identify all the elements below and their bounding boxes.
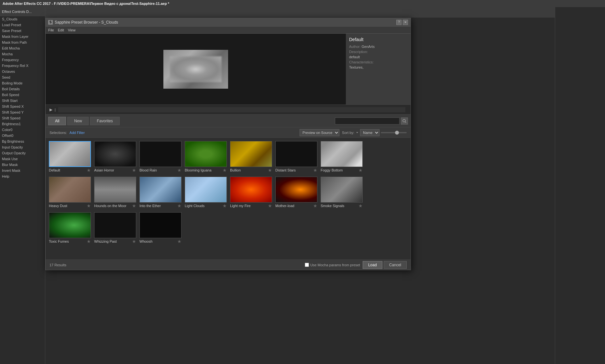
left-panel-item-output-opacity[interactable]: Output Opacity bbox=[0, 150, 45, 156]
preset-star-into-ether[interactable]: ★ bbox=[177, 203, 182, 208]
left-panel-item-color0[interactable]: Color0 bbox=[0, 127, 45, 133]
preset-item-smoke-signals[interactable]: Smoke Signals★ bbox=[321, 177, 363, 209]
left-panel-item-frequency-rel-x[interactable]: Frequency Rel X bbox=[0, 63, 45, 69]
preset-item-whizzing-past[interactable]: Whizzing Past★ bbox=[94, 212, 136, 245]
preview-author-label: Author: bbox=[349, 45, 360, 49]
left-panel-item-seed[interactable]: Seed bbox=[0, 74, 45, 80]
preset-item-bullion[interactable]: Bullion★ bbox=[230, 141, 272, 173]
dialog-close-button[interactable]: ✕ bbox=[403, 20, 408, 25]
left-panel-item-mask-from-layer[interactable]: Mask from Layer bbox=[0, 34, 45, 39]
preset-star-blooming-iguana[interactable]: ★ bbox=[223, 168, 227, 173]
preset-star-foggy-bottom[interactable]: ★ bbox=[358, 168, 363, 173]
timeline-ruler[interactable] bbox=[58, 107, 405, 112]
mocha-checkbox[interactable] bbox=[305, 263, 309, 267]
tab-favorites[interactable]: Favorites bbox=[90, 117, 119, 125]
preset-name-foggy-bottom: Foggy Bottom bbox=[321, 168, 343, 172]
preset-star-blood-rain[interactable]: ★ bbox=[177, 168, 182, 173]
left-panel-item-shift-speed[interactable]: Shift Speed bbox=[0, 115, 45, 121]
left-panel-item-mocha[interactable]: Mocha bbox=[0, 51, 45, 57]
preset-item-light-fire[interactable]: Light my Fire★ bbox=[230, 177, 272, 209]
presets-grid: Default★Asian Horror★Blood Rain★Blooming… bbox=[46, 138, 411, 259]
size-slider-thumb[interactable] bbox=[395, 131, 399, 135]
left-panel-item-shift-start[interactable]: Shift Start bbox=[0, 98, 45, 104]
preview-on-source-select[interactable]: Preview on Source bbox=[300, 129, 339, 136]
preview-info: Default Author: GenArts Description: def… bbox=[346, 34, 411, 105]
preset-item-hounds-moor[interactable]: Hounds on the Moor★ bbox=[94, 177, 136, 209]
left-panel-item-boiling-mode[interactable]: Boiling Mode bbox=[0, 80, 45, 86]
preset-item-distant-stars[interactable]: Distant Stars★ bbox=[275, 141, 317, 173]
dialog-titlebar: S Sapphire Preset Browser - S_Clouds ? ✕ bbox=[46, 18, 411, 27]
left-panel-item-blur-mask[interactable]: Blur Mask bbox=[0, 162, 45, 168]
preset-item-into-ether[interactable]: Into the Ether★ bbox=[139, 177, 182, 209]
preset-star-asian-horror[interactable]: ★ bbox=[132, 168, 136, 173]
tab-new[interactable]: New bbox=[67, 117, 89, 125]
tab-all[interactable]: All bbox=[48, 117, 66, 125]
preset-footer-hounds-moor: Hounds on the Moor★ bbox=[94, 203, 136, 209]
preset-item-heavy-dust[interactable]: Heavy Dust★ bbox=[49, 177, 91, 209]
sort-name-select[interactable]: Name bbox=[360, 129, 380, 136]
preset-thumbnail-foggy-bottom bbox=[321, 141, 363, 167]
left-panel-item-boil-speed[interactable]: Boil Speed bbox=[0, 92, 45, 98]
left-panel-item-brightness1[interactable]: Brightness1 bbox=[0, 121, 45, 127]
preset-item-asian-horror[interactable]: Asian Horror★ bbox=[94, 141, 136, 173]
preset-thumbnail-mother-load bbox=[275, 177, 317, 203]
preset-thumbnail-hounds-moor bbox=[94, 177, 136, 203]
preset-item-whoosh[interactable]: Whoosh★ bbox=[139, 212, 182, 245]
preset-star-smoke-signals[interactable]: ★ bbox=[358, 203, 363, 208]
preset-item-blood-rain[interactable]: Blood Rain★ bbox=[139, 141, 182, 173]
timeline-bar: ▶ | bbox=[46, 105, 411, 115]
preset-footer-light-clouds: Light Clouds★ bbox=[185, 203, 227, 209]
preset-item-default[interactable]: Default★ bbox=[49, 141, 91, 173]
selections-label: Selections: bbox=[50, 131, 67, 135]
dialog-help-button[interactable]: ? bbox=[396, 20, 402, 25]
preset-item-mother-load[interactable]: Mother-load★ bbox=[275, 177, 317, 209]
left-panel-item-shift-speed-y[interactable]: Shift Speed Y bbox=[0, 109, 45, 115]
left-panel-item-save-preset[interactable]: Save Preset bbox=[0, 28, 45, 34]
left-panel-item-load-preset[interactable]: Load Preset bbox=[0, 22, 45, 28]
add-filter-button[interactable]: Add Filter bbox=[70, 131, 85, 135]
left-panel-item-mask-from-path[interactable]: Mask from Path bbox=[0, 39, 45, 45]
left-panel-item-input-opacity[interactable]: Input Opacity bbox=[0, 144, 45, 150]
preset-footer-mother-load: Mother-load★ bbox=[275, 203, 317, 209]
dialog-menu-file[interactable]: File bbox=[48, 28, 54, 32]
load-button[interactable]: Load bbox=[363, 261, 382, 269]
preset-star-default[interactable]: ★ bbox=[87, 168, 91, 173]
preset-item-light-clouds[interactable]: Light Clouds★ bbox=[185, 177, 227, 209]
left-panel-item-mask-use[interactable]: Mask Use bbox=[0, 156, 45, 162]
left-panel-item-boil-details[interactable]: Boil Details bbox=[0, 86, 45, 92]
preset-name-light-clouds: Light Clouds bbox=[185, 204, 204, 208]
preview-area: Default Author: GenArts Description: def… bbox=[46, 34, 411, 105]
preset-item-toxic-fumes[interactable]: Toxic Fumes★ bbox=[49, 212, 91, 245]
preset-star-mother-load[interactable]: ★ bbox=[313, 203, 317, 208]
preset-star-light-fire[interactable]: ★ bbox=[268, 203, 272, 208]
search-button[interactable] bbox=[401, 117, 408, 125]
search-input[interactable] bbox=[335, 117, 400, 125]
preset-star-distant-stars[interactable]: ★ bbox=[313, 168, 317, 173]
cancel-button[interactable]: Cancel bbox=[384, 261, 407, 269]
left-panel-item-invert-mask[interactable]: Invert Mask bbox=[0, 168, 45, 173]
preset-star-toxic-fumes[interactable]: ★ bbox=[87, 239, 91, 244]
preset-star-light-clouds[interactable]: ★ bbox=[223, 203, 227, 208]
left-panel-item-bg-brightness[interactable]: Bg Brightness bbox=[0, 138, 45, 144]
preset-item-blooming-iguana[interactable]: Blooming Iguana★ bbox=[185, 141, 227, 173]
preview-author-value: GenArts bbox=[362, 45, 375, 49]
left-panel-item-offset0[interactable]: Offset0 bbox=[0, 133, 45, 138]
left-panel-item-s_clouds[interactable]: S_Clouds bbox=[0, 16, 45, 22]
preset-star-whizzing-past[interactable]: ★ bbox=[132, 239, 136, 244]
left-panel-item-help[interactable]: Help bbox=[0, 173, 45, 179]
left-panel-item-frequency[interactable]: Frequency bbox=[0, 57, 45, 63]
dialog-menu-edit[interactable]: Edit bbox=[58, 28, 64, 32]
preset-footer-light-fire: Light my Fire★ bbox=[230, 203, 272, 209]
preset-star-bullion[interactable]: ★ bbox=[268, 168, 272, 173]
left-panel-item-edit-mocha[interactable]: Edit Mocha bbox=[0, 45, 45, 51]
left-panel-item-octaves[interactable]: Octaves bbox=[0, 69, 45, 74]
left-panel-item-shift-speed-x[interactable]: Shift Speed X bbox=[0, 104, 45, 109]
preset-star-hounds-moor[interactable]: ★ bbox=[132, 203, 136, 208]
dialog-title: Sapphire Preset Browser - S_Clouds bbox=[55, 20, 396, 25]
preset-star-heavy-dust[interactable]: ★ bbox=[87, 203, 91, 208]
size-slider-track[interactable] bbox=[381, 132, 407, 133]
preset-item-foggy-bottom[interactable]: Foggy Bottom★ bbox=[321, 141, 363, 173]
preset-star-whoosh[interactable]: ★ bbox=[177, 239, 182, 244]
play-button[interactable]: ▶ bbox=[48, 107, 53, 112]
dialog-menu-view[interactable]: View bbox=[68, 28, 76, 32]
